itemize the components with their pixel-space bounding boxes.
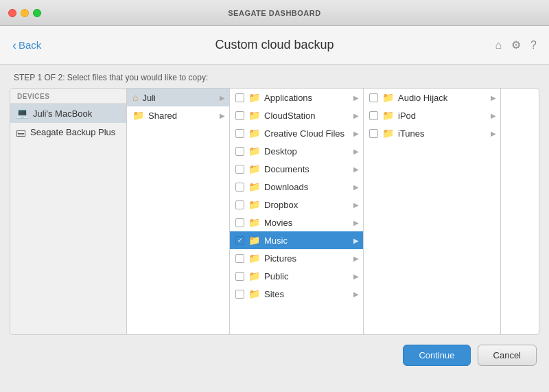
minimize-button[interactable] bbox=[21, 9, 29, 17]
device-label-seagate: Seagate Backup Plus bbox=[30, 127, 115, 137]
arrow-icon: ▶ bbox=[353, 94, 359, 102]
folder-checkbox-cloudstation[interactable] bbox=[235, 111, 244, 120]
folder-label-documents: Documents bbox=[264, 164, 309, 174]
device-label-macbook: Juli's MacBook bbox=[33, 108, 92, 119]
folder-checkbox-pictures[interactable] bbox=[235, 254, 244, 263]
folder-item-pictures[interactable]: 📁 Pictures ▶ bbox=[230, 249, 363, 267]
folder-item-downloads[interactable]: 📁 Downloads ▶ bbox=[230, 178, 363, 196]
subfolders-panel: 📁 Audio Hijack ▶ 📁 iPod ▶ 📁 iTunes ▶ bbox=[364, 89, 501, 334]
folder-icon: 📁 bbox=[248, 217, 260, 228]
folder-icon: 📁 bbox=[248, 181, 260, 192]
header-actions: ⌂ ⚙ ? bbox=[495, 38, 537, 51]
arrow-icon: ▶ bbox=[353, 201, 359, 209]
back-label: Back bbox=[19, 39, 41, 51]
subfolder-label-audio-hijack: Audio Hijack bbox=[398, 93, 447, 103]
folder-label-applications: Applications bbox=[264, 93, 312, 103]
folder-item-public[interactable]: 📁 Public ▶ bbox=[230, 267, 363, 285]
folder-checkbox-desktop[interactable] bbox=[235, 147, 244, 156]
back-button[interactable]: ‹ Back bbox=[12, 39, 41, 51]
device-item-seagate[interactable]: 🖴 Seagate Backup Plus bbox=[10, 123, 126, 141]
folder-icon: 📁 bbox=[248, 235, 260, 246]
folder-checkbox-movies[interactable] bbox=[235, 218, 244, 227]
folder-item-desktop[interactable]: 📁 Desktop ▶ bbox=[230, 142, 363, 160]
folder-checkbox-creative-cloud[interactable] bbox=[235, 129, 244, 138]
subfolder-label-itunes: iTunes bbox=[398, 128, 425, 139]
folder-label-desktop: Desktop bbox=[264, 146, 297, 157]
app-title: SEAGATE DASHBOARD bbox=[228, 9, 320, 17]
subfolder-item-ipod[interactable]: 📁 iPod ▶ bbox=[364, 106, 500, 124]
subfolder-checkbox-itunes[interactable] bbox=[369, 129, 378, 138]
laptop-icon: 💻 bbox=[16, 107, 29, 119]
folder-checkbox-applications[interactable] bbox=[235, 93, 244, 102]
arrow-icon: ▶ bbox=[353, 255, 359, 262]
maximize-button[interactable] bbox=[33, 9, 41, 17]
drive-icon: 🖴 bbox=[16, 126, 26, 138]
folder-label-dropbox: Dropbox bbox=[264, 200, 298, 210]
folder-icon: 📁 bbox=[248, 92, 260, 103]
header: ‹ Back Custom cloud backup ⌂ ⚙ ? bbox=[0, 26, 549, 65]
file-browser: DEVICES 💻 Juli's MacBook 🖴 Seagate Backu… bbox=[10, 88, 539, 335]
home-icon[interactable]: ⌂ bbox=[495, 39, 502, 51]
arrow-icon: ▶ bbox=[353, 130, 359, 137]
folder-icon: 📁 bbox=[382, 128, 394, 139]
arrow-icon: ▶ bbox=[353, 165, 359, 173]
subfolder-checkbox-ipod[interactable] bbox=[369, 111, 378, 120]
close-button[interactable] bbox=[8, 9, 16, 17]
folder-item-music[interactable]: 📁 Music ▶ bbox=[230, 231, 363, 249]
cancel-button[interactable]: Cancel bbox=[478, 345, 537, 366]
title-bar: SEAGATE DASHBOARD bbox=[0, 0, 549, 26]
gear-icon[interactable]: ⚙ bbox=[511, 38, 521, 51]
folder-item-dropbox[interactable]: 📁 Dropbox ▶ bbox=[230, 196, 363, 214]
subfolder-checkbox-audio-hijack[interactable] bbox=[369, 93, 378, 102]
user-item-juli[interactable]: ⌂ Juli ▶ bbox=[127, 89, 229, 106]
folder-label-creative-cloud: Creative Cloud Files bbox=[264, 128, 344, 139]
device-item-macbook[interactable]: 💻 Juli's MacBook bbox=[10, 104, 126, 123]
user-item-shared[interactable]: 📁 Shared ▶ bbox=[127, 106, 229, 124]
arrow-icon: ▶ bbox=[353, 237, 359, 244]
folder-label-music: Music bbox=[264, 235, 288, 246]
arrow-icon: ▶ bbox=[353, 148, 359, 155]
folder-item-applications[interactable]: 📁 Applications ▶ bbox=[230, 89, 363, 106]
back-chevron-icon: ‹ bbox=[12, 39, 16, 51]
folder-icon: 📁 bbox=[248, 288, 260, 299]
subfolder-label-ipod: iPod bbox=[398, 111, 416, 121]
continue-button[interactable]: Continue bbox=[403, 345, 470, 366]
arrow-icon: ▶ bbox=[220, 112, 225, 119]
folder-item-documents[interactable]: 📁 Documents ▶ bbox=[230, 160, 363, 178]
folder-icon: 📁 bbox=[248, 128, 260, 139]
folder-item-creative-cloud[interactable]: 📁 Creative Cloud Files ▶ bbox=[230, 124, 363, 142]
folder-icon: 📁 bbox=[248, 110, 260, 121]
folder-label-public: Public bbox=[264, 271, 288, 281]
home-folder-icon: ⌂ bbox=[132, 92, 138, 103]
subfolder-item-audio-hijack[interactable]: 📁 Audio Hijack ▶ bbox=[364, 89, 500, 106]
users-panel: ⌂ Juli ▶ 📁 Shared ▶ bbox=[127, 89, 230, 334]
arrow-icon: ▶ bbox=[491, 112, 496, 119]
page-title: Custom cloud backup bbox=[215, 38, 334, 52]
arrow-icon: ▶ bbox=[353, 219, 359, 227]
folder-item-cloudstation[interactable]: 📁 CloudStation ▶ bbox=[230, 106, 363, 124]
folder-label-cloudstation: CloudStation bbox=[264, 111, 315, 121]
folder-item-sites[interactable]: 📁 Sites ▶ bbox=[230, 285, 363, 303]
folder-item-movies[interactable]: 📁 Movies ▶ bbox=[230, 214, 363, 231]
folder-checkbox-downloads[interactable] bbox=[235, 183, 244, 192]
shared-folder-icon: 📁 bbox=[132, 110, 144, 121]
folder-checkbox-music[interactable] bbox=[235, 236, 244, 245]
user-label-juli: Juli bbox=[142, 93, 156, 103]
devices-section-header: DEVICES bbox=[10, 89, 126, 104]
folder-checkbox-documents[interactable] bbox=[235, 165, 244, 174]
folder-icon: 📁 bbox=[248, 253, 260, 264]
user-label-shared: Shared bbox=[148, 111, 177, 121]
folders-panel: 📁 Applications ▶ 📁 CloudStation ▶ 📁 Crea… bbox=[230, 89, 364, 334]
folder-checkbox-dropbox[interactable] bbox=[235, 200, 244, 209]
folder-checkbox-sites[interactable] bbox=[235, 290, 244, 299]
arrow-icon: ▶ bbox=[353, 273, 359, 280]
subfolder-item-itunes[interactable]: 📁 iTunes ▶ bbox=[364, 124, 500, 142]
folder-checkbox-public[interactable] bbox=[235, 272, 244, 281]
help-icon[interactable]: ? bbox=[530, 39, 537, 51]
folder-label-pictures: Pictures bbox=[264, 253, 296, 264]
step-label: STEP 1 OF 2: Select files that you would… bbox=[0, 65, 549, 88]
arrow-icon: ▶ bbox=[491, 94, 496, 102]
step-text: STEP 1 OF 2: Select files that you would… bbox=[14, 73, 208, 82]
arrow-icon: ▶ bbox=[353, 290, 359, 298]
folder-label-movies: Movies bbox=[264, 218, 292, 228]
